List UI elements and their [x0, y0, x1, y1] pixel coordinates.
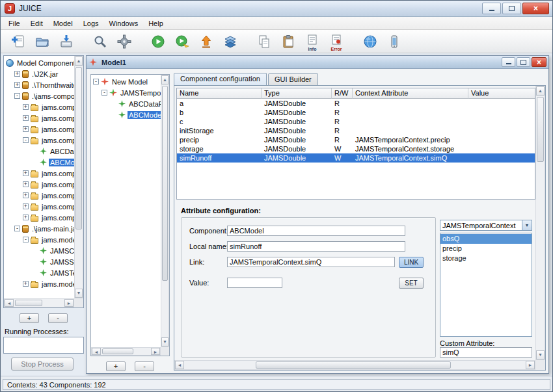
link-button[interactable]: LINK [399, 257, 424, 268]
scroll-left-icon[interactable] [92, 348, 101, 355]
scrollbar-thumb[interactable] [15, 300, 42, 306]
scrollbar-thumb[interactable] [75, 67, 82, 229]
scroll-left-icon[interactable] [5, 299, 14, 307]
add-model-node-button[interactable]: + [106, 361, 126, 371]
tree-item-jams-compon[interactable]: +jams.compon [4, 112, 74, 124]
tree-item-jams-compon[interactable]: +jams.compon [4, 124, 74, 135]
components-vertical-scrollbar[interactable] [74, 56, 83, 298]
menu-item-edit[interactable]: Edit [25, 18, 48, 29]
layers-icon[interactable] [219, 31, 241, 52]
model1-close-button[interactable]: × [532, 57, 546, 67]
local-name-field[interactable] [227, 241, 405, 252]
tree-item-abcmode[interactable]: ABCMode [4, 157, 74, 168]
expand-icon[interactable]: + [23, 104, 29, 110]
collapse-icon[interactable]: - [23, 137, 29, 143]
expand-icon[interactable]: + [14, 71, 20, 77]
tree-item-j2k-jar[interactable]: +.\J2K.jar [4, 68, 74, 79]
expand-icon[interactable]: + [23, 215, 29, 220]
paste-icon[interactable] [277, 31, 299, 52]
copy-icon[interactable] [253, 31, 275, 52]
minimize-button[interactable] [482, 3, 501, 14]
panel-horizontal-scrollbar[interactable] [174, 360, 535, 370]
attribute-item-precip[interactable]: precip [440, 244, 532, 254]
column-header-value[interactable]: Value [468, 88, 535, 99]
remove-model-node-button[interactable]: - [135, 361, 154, 371]
model-tree-horizontal-scrollbar[interactable] [91, 347, 161, 356]
scrollbar-thumb[interactable] [162, 86, 168, 281]
expand-icon[interactable]: + [23, 181, 29, 187]
tree-item-jams-model-c[interactable]: +jams.model.c [4, 278, 74, 289]
tree-item-thornthwaite-ja[interactable]: +.\Thornthwaite.ja [4, 79, 74, 90]
table-row-initStorage[interactable]: initStorageJAMSDoubleR [177, 126, 535, 135]
stop-process-button[interactable]: Stop Process [11, 358, 74, 371]
web-icon[interactable] [359, 31, 381, 52]
table-row-b[interactable]: bJAMSDoubleR [177, 108, 535, 117]
tree-item-abcdatareader[interactable]: ABCDataReader [91, 98, 161, 109]
tree-item-jams-compon[interactable]: +jams.compon [4, 212, 74, 223]
menu-item-help[interactable]: Help [143, 18, 169, 29]
settings-icon[interactable] [113, 31, 135, 52]
expand-icon[interactable]: + [14, 82, 20, 88]
expand-icon[interactable]: + [23, 281, 29, 287]
column-header-r-w[interactable]: R/W [332, 88, 353, 99]
menu-item-logs[interactable]: Logs [78, 18, 104, 29]
close-button[interactable]: × [522, 3, 549, 14]
expand-icon[interactable]: + [23, 203, 29, 209]
scrollbar-thumb[interactable] [102, 348, 133, 354]
save-icon[interactable] [55, 31, 77, 52]
tree-item-jamsspa[interactable]: JAMSSpa [4, 256, 74, 267]
tree-item-jamstem[interactable]: JAMSTem [4, 267, 74, 278]
tree-item-jams-compon[interactable]: -jams.compon [4, 135, 74, 146]
tree-item-abcmodel[interactable]: ABCModel [91, 109, 161, 120]
scroll-down-icon[interactable] [536, 350, 545, 359]
add-component-source-button[interactable]: + [20, 313, 39, 323]
tree-item-jams-model[interactable]: -jams.model [4, 234, 74, 245]
table-row-storage[interactable]: storageJAMSDoubleWJAMSTemporalContext.st… [177, 144, 535, 153]
tree-item-jamscon[interactable]: JAMSCon [4, 245, 74, 256]
model1-title-bar[interactable]: Model1 × [87, 56, 548, 69]
collapse-icon[interactable]: - [93, 79, 99, 85]
components-horizontal-scrollbar[interactable] [4, 298, 74, 307]
menu-item-model[interactable]: Model [48, 18, 78, 29]
component-field[interactable] [227, 226, 405, 236]
collapse-icon[interactable]: - [23, 237, 29, 242]
attribute-item-obsq[interactable]: obsQ [440, 234, 532, 244]
model1-maximize-button[interactable] [517, 57, 530, 67]
expand-icon[interactable]: + [23, 170, 29, 176]
tree-item-jams-compon[interactable]: +jams.compon [4, 168, 74, 179]
tree-item-jamstemporalcontext[interactable]: -JAMSTemporalContext [91, 87, 161, 98]
tree-item-jams-main-jar[interactable]: -.\jams-main.jar [4, 223, 74, 234]
column-header-name[interactable]: Name [177, 88, 262, 99]
remove-component-source-button[interactable]: - [48, 313, 68, 323]
model1-minimize-button[interactable] [502, 57, 515, 67]
running-processes-list[interactable] [3, 337, 84, 354]
expand-icon[interactable]: + [23, 192, 29, 198]
scroll-right-icon[interactable] [64, 299, 74, 307]
menu-item-windows[interactable]: Windows [104, 18, 144, 29]
table-row-a[interactable]: aJAMSDoubleR [177, 99, 535, 108]
run-model-icon[interactable] [171, 31, 193, 52]
tree-item-jams-compon[interactable]: +jams.compon [4, 179, 74, 190]
tree-item-jams-compon[interactable]: +jams.compon [4, 190, 74, 201]
chevron-down-icon[interactable] [522, 220, 532, 230]
tab-component-configuration[interactable]: Component configuration [174, 73, 267, 85]
device-icon[interactable] [383, 31, 405, 52]
custom-attribute-input[interactable] [440, 347, 532, 358]
upload-icon[interactable] [195, 31, 217, 52]
maximize-button[interactable] [502, 3, 521, 14]
table-row-c[interactable]: cJAMSDoubleR [177, 117, 535, 126]
tree-item-abcdata[interactable]: ABCData [4, 146, 74, 157]
error-icon[interactable]: Error [325, 31, 347, 52]
value-field[interactable] [227, 278, 282, 288]
tree-item-model-components[interactable]: Model Components [4, 57, 74, 68]
model-tree-vertical-scrollbar[interactable] [161, 75, 169, 347]
expand-icon[interactable]: + [23, 115, 29, 121]
table-row-simRunoff[interactable]: simRunoffJAMSDoubleWJAMSTemporalContext.… [177, 153, 535, 163]
tree-item-jams-compon[interactable]: +jams.compon [4, 101, 74, 112]
tree-item-new-model[interactable]: -New Model [91, 76, 161, 87]
scroll-left-icon[interactable] [175, 361, 184, 369]
link-field[interactable] [227, 257, 395, 267]
run-icon[interactable] [147, 31, 169, 52]
menu-item-file[interactable]: File [3, 18, 25, 29]
collapse-icon[interactable]: - [14, 93, 20, 99]
